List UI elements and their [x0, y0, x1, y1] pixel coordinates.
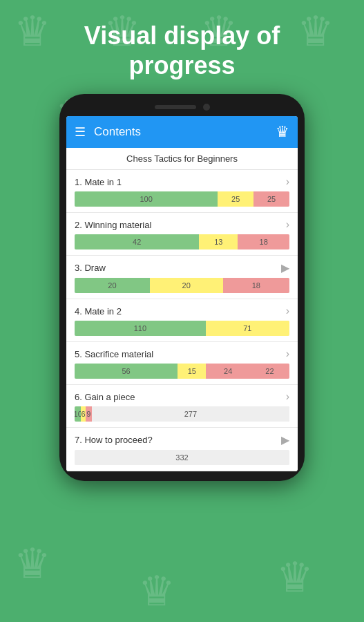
- list-item[interactable]: 2. Winning material›421318: [66, 213, 298, 256]
- item-chevron: ›: [286, 176, 289, 188]
- bg-crown-7: ♛: [14, 539, 51, 587]
- bg-crown-4: ♛: [297, 7, 334, 55]
- item-label: 1. Mate in 1: [75, 177, 122, 187]
- bar-segment-empty: 277: [92, 406, 289, 422]
- item-chevron: ›: [286, 390, 289, 403]
- item-chevron: ▶: [281, 261, 289, 274]
- list-item[interactable]: 5. Sacrifice material›56152422: [66, 342, 298, 385]
- bar-segment-red: 25: [253, 191, 289, 207]
- app-header-left: ☰ Contents: [75, 124, 141, 140]
- bg-crown-9: ♛: [276, 553, 314, 601]
- phone-shell: ☰ Contents ♛ Chess Tactics for Beginners…: [59, 94, 305, 481]
- progress-bar: 11071: [75, 321, 289, 336]
- bar-segment-yellow: 71: [206, 321, 289, 336]
- bar-segment-yellow: 25: [218, 191, 253, 207]
- progress-bar: 202018: [75, 278, 289, 293]
- item-chevron: ›: [286, 305, 289, 317]
- app-crown-icon: ♛: [276, 123, 289, 141]
- bar-segment-red2: 22: [250, 364, 289, 379]
- item-label: 7. How to proceed?: [75, 435, 153, 445]
- bar-segment-green: 100: [75, 191, 218, 207]
- page-heading: Visual display of progress: [84, 21, 280, 80]
- list-item[interactable]: 6. Gain a piece›1069277: [66, 385, 298, 428]
- progress-bar: 332: [75, 450, 289, 465]
- app-header-title: Contents: [94, 125, 141, 139]
- progress-bar: 1002525: [75, 191, 289, 207]
- item-chevron: ▶: [281, 433, 289, 446]
- bar-segment-yellow: 15: [178, 364, 206, 379]
- hamburger-menu[interactable]: ☰: [75, 124, 86, 140]
- bar-segment-green: 110: [75, 321, 206, 336]
- item-label: 4. Mate in 2: [75, 306, 122, 317]
- item-chevron: ›: [286, 218, 289, 231]
- progress-bar: 421318: [75, 234, 289, 249]
- item-label: 2. Winning material: [75, 220, 151, 230]
- list-item[interactable]: 1. Mate in 1›1002525: [66, 170, 298, 213]
- app-header: ☰ Contents ♛: [66, 116, 298, 148]
- section-title: Chess Tactics for Beginners: [66, 148, 298, 170]
- bar-segment-yellow: 13: [199, 234, 238, 249]
- item-label: 5. Sacrifice material: [75, 349, 153, 359]
- list-item[interactable]: 7. How to proceed?▶332: [66, 428, 298, 471]
- item-chevron: ›: [286, 348, 289, 360]
- list-item[interactable]: 3. Draw▶202018: [66, 256, 298, 299]
- phone-camera: [203, 104, 210, 111]
- phone-speaker: [155, 105, 196, 109]
- bar-segment-red: 18: [223, 278, 289, 293]
- bg-crown-8: ♛: [138, 567, 175, 615]
- progress-bar: 56152422: [75, 364, 289, 379]
- bar-segment-empty: 332: [75, 450, 289, 465]
- bar-segment-green: 20: [75, 278, 150, 293]
- tactics-list: 1. Mate in 1›10025252. Winning material›…: [66, 170, 298, 471]
- bar-segment-green: 56: [75, 364, 178, 379]
- bar-segment-red: 18: [238, 234, 289, 249]
- item-label: 3. Draw: [75, 263, 106, 273]
- bar-segment-green: 42: [75, 234, 199, 249]
- bar-segment-green: 10: [75, 406, 81, 422]
- list-item[interactable]: 4. Mate in 2›11071: [66, 299, 298, 342]
- phone-top-bar: [66, 104, 298, 111]
- bar-segment-yellow: 20: [150, 278, 223, 293]
- bg-crown-1: ♛: [14, 7, 51, 55]
- phone-screen: ☰ Contents ♛ Chess Tactics for Beginners…: [66, 116, 298, 471]
- progress-bar: 1069277: [75, 406, 289, 422]
- item-label: 6. Gain a piece: [75, 392, 135, 402]
- bar-segment-red: 9: [86, 406, 92, 422]
- bar-segment-red: 24: [206, 364, 249, 379]
